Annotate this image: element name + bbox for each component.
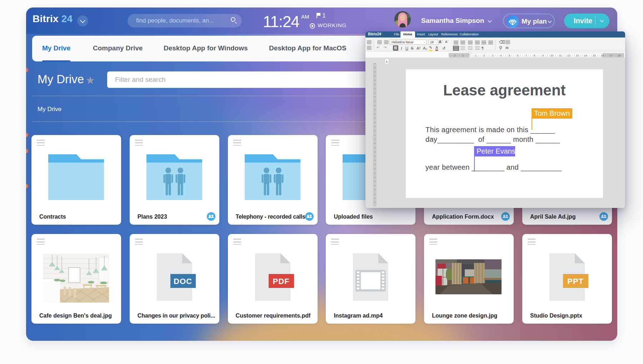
svg-text:DOC: DOC: [174, 277, 192, 286]
svg-text:PPT: PPT: [567, 277, 584, 286]
svg-text:PDF: PDF: [273, 277, 289, 286]
